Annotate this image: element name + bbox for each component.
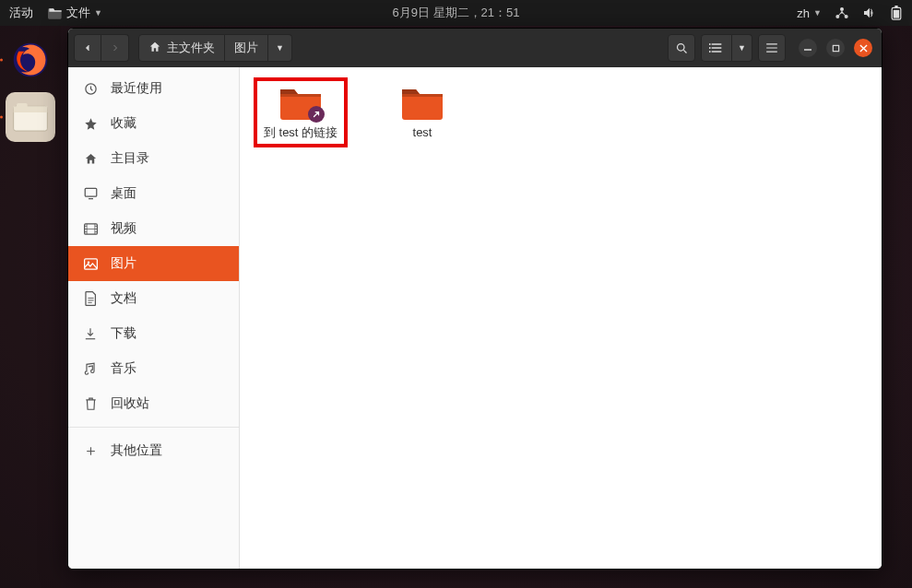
- hamburger-menu-button[interactable]: [758, 34, 786, 62]
- places-sidebar: 最近使用 收藏 主目录 桌面 视频 图片: [68, 67, 240, 569]
- sidebar-item-label: 图片: [111, 255, 136, 272]
- window-controls: [791, 39, 876, 57]
- app-menu-label: 文件: [66, 5, 90, 21]
- trash-icon: [83, 397, 98, 411]
- star-icon: [83, 117, 98, 131]
- file-item-link-to-test[interactable]: 到 test 的链接: [256, 80, 345, 145]
- sidebar-item-music[interactable]: 音乐: [68, 351, 239, 386]
- header-bar: 主文件夹 图片 ▼ ▼: [68, 29, 882, 67]
- gnome-top-bar: 活动 文件 ▼ 6月9日 星期二，21：51 zh ▼: [0, 0, 912, 26]
- list-view-button[interactable]: [701, 34, 732, 62]
- navigation-buttons: [74, 34, 129, 62]
- sidebar-item-desktop[interactable]: 桌面: [68, 176, 239, 211]
- video-icon: [83, 223, 98, 235]
- power-icon[interactable]: [890, 6, 903, 20]
- symlink-badge-icon: [308, 106, 325, 123]
- svg-rect-15: [84, 258, 97, 268]
- minimize-icon: [803, 43, 812, 53]
- svg-point-10: [709, 51, 711, 53]
- file-manager-window: 主文件夹 图片 ▼ ▼: [67, 28, 882, 570]
- path-bar: 主文件夹 图片 ▼: [138, 34, 292, 62]
- svg-rect-11: [833, 45, 838, 51]
- search-icon: [675, 41, 689, 55]
- svg-point-9: [709, 47, 711, 49]
- svg-rect-6: [17, 103, 28, 110]
- clock-icon: [83, 82, 98, 96]
- file-label: 到 test 的链接: [264, 124, 338, 141]
- sidebar-item-videos[interactable]: 视频: [68, 211, 239, 246]
- path-dropdown-button[interactable]: ▼: [268, 34, 292, 62]
- maximize-icon: [832, 44, 840, 53]
- minimize-button[interactable]: [799, 39, 817, 57]
- caret-down-icon: ▼: [738, 43, 746, 53]
- sidebar-item-home[interactable]: 主目录: [68, 141, 239, 176]
- caret-down-icon: ▼: [94, 8, 102, 18]
- sidebar-item-other-locations[interactable]: 其他位置: [68, 433, 239, 468]
- back-button[interactable]: [74, 34, 101, 62]
- app-menu[interactable]: 文件 ▼: [48, 5, 102, 21]
- sidebar-item-label: 文档: [111, 290, 136, 307]
- clock[interactable]: 6月9日 星期二，21：51: [393, 5, 520, 21]
- sidebar-item-label: 视频: [111, 220, 136, 237]
- sidebar-item-downloads[interactable]: 下载: [68, 316, 239, 351]
- folder-link-icon: [278, 84, 323, 121]
- path-segment-home[interactable]: 主文件夹: [138, 34, 225, 62]
- sidebar-item-label: 桌面: [111, 185, 136, 202]
- sidebar-item-label: 主目录: [111, 150, 149, 167]
- document-icon: [83, 291, 98, 306]
- music-icon: [83, 362, 98, 376]
- path-current-label: 图片: [234, 40, 258, 56]
- svg-point-16: [87, 261, 89, 264]
- plus-icon: [83, 445, 98, 457]
- view-toggle: ▼: [701, 34, 752, 62]
- close-button[interactable]: [854, 39, 872, 57]
- home-icon: [148, 41, 161, 56]
- sidebar-item-label: 最近使用: [111, 80, 162, 97]
- svg-rect-17: [280, 94, 321, 97]
- forward-button[interactable]: [101, 34, 129, 62]
- sidebar-item-documents[interactable]: 文档: [68, 281, 239, 316]
- file-item-test[interactable]: test: [378, 80, 467, 145]
- sidebar-item-label: 下载: [111, 325, 136, 342]
- path-segment-current[interactable]: 图片: [225, 34, 268, 62]
- sidebar-item-recent[interactable]: 最近使用: [68, 71, 239, 106]
- svg-point-7: [677, 43, 684, 51]
- maximize-button[interactable]: [826, 39, 845, 57]
- input-source-indicator[interactable]: zh ▼: [797, 6, 822, 20]
- icon-view[interactable]: 到 test 的链接 test: [240, 67, 882, 569]
- input-source-label: zh: [797, 6, 810, 20]
- svg-rect-2: [894, 10, 899, 18]
- network-icon[interactable]: [835, 6, 849, 20]
- close-icon: [859, 44, 868, 53]
- view-options-button[interactable]: ▼: [732, 34, 752, 62]
- download-icon: [83, 327, 98, 341]
- svg-rect-13: [85, 188, 97, 196]
- activities-button[interactable]: 活动: [9, 5, 33, 21]
- home-icon: [83, 152, 98, 166]
- dock-item-firefox[interactable]: [6, 35, 55, 85]
- svg-rect-18: [402, 94, 443, 97]
- path-home-label: 主文件夹: [167, 40, 215, 56]
- caret-down-icon: ▼: [276, 43, 284, 53]
- svg-point-8: [709, 43, 711, 45]
- volume-icon[interactable]: [862, 6, 877, 20]
- folder-icon: [400, 84, 444, 121]
- image-icon: [83, 258, 98, 270]
- sidebar-item-starred[interactable]: 收藏: [68, 106, 239, 141]
- sidebar-item-trash[interactable]: 回收站: [68, 386, 239, 421]
- sidebar-item-label: 回收站: [111, 395, 149, 412]
- sidebar-item-label: 其他位置: [111, 442, 162, 459]
- caret-down-icon: ▼: [813, 8, 822, 18]
- sidebar-separator: [68, 427, 239, 428]
- sidebar-item-pictures[interactable]: 图片: [68, 246, 239, 281]
- hamburger-icon: [765, 42, 778, 53]
- desktop-icon: [83, 187, 98, 200]
- search-button[interactable]: [668, 34, 695, 62]
- sidebar-item-label: 收藏: [111, 115, 136, 132]
- sidebar-item-label: 音乐: [111, 360, 136, 377]
- dock-item-files[interactable]: [6, 92, 55, 142]
- list-icon: [709, 41, 724, 54]
- file-label: test: [413, 124, 432, 141]
- folder-icon: [48, 6, 63, 19]
- svg-rect-1: [894, 6, 897, 7]
